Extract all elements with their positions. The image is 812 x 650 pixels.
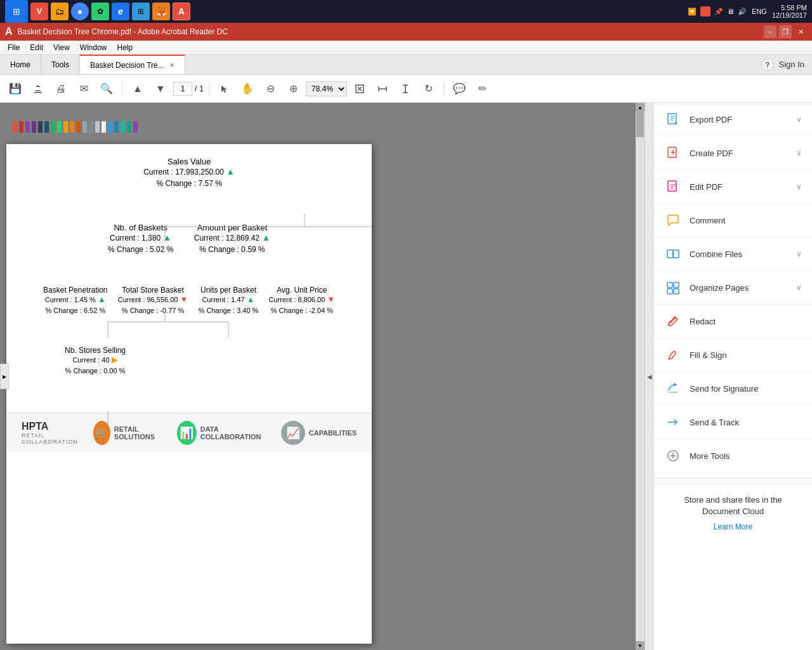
file-manager-icon[interactable]: 🗂 <box>51 3 69 20</box>
color-strip <box>76 121 81 133</box>
help-icon[interactable]: ? <box>761 58 774 71</box>
page-total: 1 <box>199 84 204 93</box>
tab-tools[interactable]: Tools <box>41 55 80 74</box>
hand-tool-button[interactable]: ✋ <box>237 79 258 99</box>
more-tools-icon <box>664 447 682 465</box>
nb-baskets-value: Current : 1,380 ▲ <box>108 232 173 242</box>
basket-penetration-title: Basket Penetration <box>43 286 107 295</box>
send-track-icon <box>664 413 682 431</box>
color-strip <box>51 121 55 133</box>
sidebar-item-combine[interactable]: Combine Files ∨ <box>654 237 812 271</box>
data-collaboration-icon: 📊 <box>177 421 197 445</box>
rotate-button[interactable]: ↻ <box>418 79 438 99</box>
sidebar-item-export-pdf[interactable]: Export PDF ∨ <box>654 103 812 136</box>
close-button[interactable]: ✕ <box>794 25 807 38</box>
scroll-up-arrow[interactable]: ▲ <box>636 103 645 112</box>
pdf-scroll[interactable]: Sales Value Current : 17,993,250.00 ▲ % … <box>0 103 645 650</box>
capabilities-icon: 📈 <box>281 421 305 445</box>
menu-file[interactable]: File <box>3 42 25 53</box>
tab-close-button[interactable]: ✕ <box>169 62 174 69</box>
comment-button[interactable]: 💬 <box>449 79 469 99</box>
fit-height-button[interactable] <box>395 79 416 99</box>
zoom-level-select[interactable]: 78.4% 50% 100% 125% 150% <box>306 81 347 96</box>
color-strip <box>82 121 87 133</box>
scroll-track <box>636 112 645 641</box>
sidebar-item-more-tools[interactable]: More Tools <box>654 439 812 473</box>
tab-document-label: Basket Decision Tre... <box>90 61 164 70</box>
left-panel-toggle[interactable]: ▶ <box>0 364 9 389</box>
app1-icon[interactable]: ⊞ <box>132 3 150 20</box>
windows-start-button[interactable]: ⊞ <box>5 0 28 23</box>
prev-page-button[interactable]: ▲ <box>128 79 148 99</box>
sidebar-item-send-track[interactable]: Send & Track <box>654 406 812 439</box>
retail-solutions-icon: 🛒 <box>93 421 110 445</box>
svg-rect-24 <box>674 289 679 294</box>
scroll-thumb[interactable] <box>636 112 644 137</box>
right-panel-toggle[interactable]: ◀ <box>645 103 653 650</box>
units-basket-arrow: ▲ <box>247 295 255 304</box>
security-icon <box>700 6 710 17</box>
save-button[interactable]: 💾 <box>5 79 25 99</box>
menu-window[interactable]: Window <box>75 42 112 53</box>
decision-tree-content: Sales Value Current : 17,993,250.00 ▲ % … <box>6 144 372 413</box>
acrobat-icon[interactable]: A <box>173 3 190 20</box>
page-separator: / <box>195 84 197 93</box>
menu-view[interactable]: View <box>48 42 75 53</box>
print-button[interactable]: 🖨 <box>51 79 71 99</box>
footer-badge-data: 📊 DATA COLLABORATION <box>177 421 266 445</box>
vivaldi-icon[interactable]: V <box>30 3 48 20</box>
zoom-out-button[interactable]: ⊖ <box>260 79 280 99</box>
browser2-icon[interactable]: ✿ <box>91 3 109 20</box>
sidebar-item-send-signature[interactable]: Send for Signature <box>654 372 812 406</box>
menu-help[interactable]: Help <box>112 42 138 53</box>
root-change: % Change : 7.57 % <box>32 179 346 188</box>
organize-label: Organize Pages <box>690 283 789 293</box>
nb-baskets-node: Nb. of Baskets Current : 1,380 ▲ % Chang… <box>108 223 173 254</box>
sidebar-item-edit-pdf[interactable]: Edit PDF ∨ <box>654 170 812 204</box>
sign-in-button[interactable]: Sign In <box>779 60 804 69</box>
sidebar-item-create-pdf[interactable]: Create PDF ∨ <box>654 136 812 170</box>
pdf-top-gray <box>0 103 636 138</box>
color-strip <box>133 121 138 133</box>
data-collaboration-label: DATA COLLABORATION <box>200 425 266 441</box>
combine-arrow: ∨ <box>796 249 802 258</box>
level2-row: Basket Penetration Current : 1.45 % ▲ % … <box>32 286 346 314</box>
minimize-button[interactable]: − <box>764 25 776 38</box>
avg-unit-change: % Change : -2.04 % <box>269 307 336 314</box>
taskbar-clock: 5:58 PM 12/19/2017 <box>772 4 807 19</box>
sidebar-item-fill-sign[interactable]: Fill & Sign <box>654 338 812 372</box>
page-number-input[interactable] <box>173 82 192 96</box>
chrome-icon[interactable]: ● <box>71 3 89 20</box>
nb-stores-change: % Change : 0.00 % <box>38 367 152 375</box>
fill-sign-icon <box>664 346 682 364</box>
fit-width-button[interactable] <box>372 79 393 99</box>
toolbar-separator-2 <box>209 81 209 96</box>
sidebar-item-redact[interactable]: Redact <box>654 305 812 338</box>
nb-baskets-arrow: ▲ <box>162 232 171 242</box>
color-strip <box>95 121 100 133</box>
menu-edit[interactable]: Edit <box>25 42 48 53</box>
next-page-button[interactable]: ▼ <box>150 79 171 99</box>
scroll-down-arrow[interactable]: ▼ <box>636 641 645 650</box>
ie-icon[interactable]: e <box>112 3 129 20</box>
language-indicator: ENG <box>752 8 767 15</box>
upload-button[interactable] <box>28 79 48 99</box>
tab-document[interactable]: Basket Decision Tre... ✕ <box>80 55 185 74</box>
email-button[interactable]: ✉ <box>74 79 94 99</box>
zoom-in-button[interactable]: ⊕ <box>283 79 303 99</box>
maximize-button[interactable]: ❐ <box>779 25 792 38</box>
select-tool-button[interactable] <box>214 79 235 99</box>
draw-button[interactable]: ✏ <box>472 79 492 99</box>
pdf-area: ▶ <box>0 103 645 650</box>
sidebar-footer-text: Store and share files in the Document Cl… <box>664 494 802 517</box>
fit-page-button[interactable] <box>350 79 370 99</box>
comment-sidebar-label: Comment <box>690 216 802 225</box>
find-button[interactable]: 🔍 <box>96 79 117 99</box>
tab-home[interactable]: Home <box>0 55 41 74</box>
sidebar-footer-learn-more[interactable]: Learn More <box>714 522 752 531</box>
pdf-scrollbar[interactable]: ▲ ▼ <box>636 103 645 650</box>
sidebar-item-comment[interactable]: Comment <box>654 204 812 237</box>
firefox-icon[interactable]: 🦊 <box>152 3 170 20</box>
sidebar-item-organize[interactable]: Organize Pages ∨ <box>654 271 812 305</box>
create-pdf-label: Create PDF <box>690 149 789 158</box>
